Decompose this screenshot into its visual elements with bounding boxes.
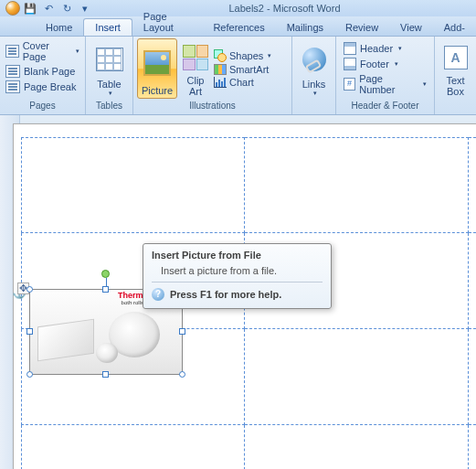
resize-handle-nw[interactable] — [26, 286, 33, 293]
resize-handle-sw[interactable] — [26, 371, 33, 378]
tab-review[interactable]: Review — [334, 19, 389, 36]
label-cell[interactable] — [245, 425, 469, 469]
chevron-down-icon: ▾ — [313, 90, 317, 97]
group-illustrations-label: Illustrations — [133, 101, 291, 114]
group-illustrations: Picture Clip Art Shapes ▾ SmartArt — [133, 37, 292, 114]
smartart-icon — [214, 64, 227, 75]
cover-page-button[interactable]: Cover Page ▾ — [5, 40, 79, 62]
tooltip-help: ? Press F1 for more help. — [152, 288, 323, 301]
page-number-label: Page Number — [359, 73, 418, 95]
chart-button[interactable]: Chart — [214, 77, 271, 88]
table-icon — [96, 48, 123, 71]
chevron-down-icon: ▾ — [109, 90, 112, 97]
tooltip-description: Insert a picture from a file. — [152, 265, 323, 276]
document-area[interactable]: ⚓ ✥ Thermal Labels both rolls and fanfol… — [0, 115, 476, 469]
links-button[interactable]: Links ▾ — [296, 38, 332, 99]
chevron-down-icon: ▾ — [76, 48, 79, 55]
rotate-handle[interactable] — [101, 270, 110, 278]
tooltip-title: Insert Picture from File — [152, 250, 323, 261]
group-header-footer-label: Header & Footer — [336, 101, 434, 114]
tab-home[interactable]: Home — [35, 19, 83, 36]
clipart-icon — [183, 45, 208, 70]
blank-page-button[interactable]: Blank Page — [5, 65, 75, 78]
group-text-label — [435, 101, 476, 114]
group-pages-label: Pages — [0, 101, 85, 114]
table-button-label: Table — [97, 79, 121, 90]
header-button[interactable]: Header ▾ — [344, 42, 427, 55]
label-cell[interactable] — [21, 425, 245, 469]
group-header-footer: Header ▾ Footer ▾ Page Number ▾ Header &… — [336, 37, 435, 114]
tab-insert[interactable]: Insert — [83, 18, 132, 36]
tooltip: Insert Picture from File Insert a pictur… — [143, 243, 332, 309]
quick-access-toolbar: 💾 ↶ ↻ ▾ — [0, 1, 93, 16]
clipart-button[interactable]: Clip Art — [179, 38, 212, 99]
ribbon-tabs: Home Insert Page Layout References Maili… — [0, 16, 476, 37]
header-label: Header — [360, 43, 393, 54]
table-button[interactable]: Table ▾ — [90, 38, 129, 99]
clipart-label-2: Art — [189, 86, 202, 97]
label-cell[interactable] — [21, 137, 245, 233]
text-box-label-1: Text — [446, 75, 464, 86]
redo-icon: ↻ — [63, 3, 71, 15]
text-box-label-2: Box — [447, 86, 464, 97]
smartart-label: SmartArt — [229, 64, 269, 75]
tooltip-help-text: Press F1 for more help. — [170, 289, 281, 300]
page-break-label: Page Break — [24, 81, 76, 92]
footer-button[interactable]: Footer ▾ — [344, 58, 427, 70]
chevron-down-icon: ▾ — [268, 52, 271, 59]
tab-page-layout[interactable]: Page Layout — [132, 8, 203, 36]
links-button-label: Links — [302, 79, 326, 90]
group-text: A Text Box — [435, 37, 476, 114]
group-tables: Table ▾ Tables — [86, 37, 133, 114]
group-links: Links ▾ — [292, 37, 336, 114]
header-icon — [344, 42, 356, 55]
label-cell[interactable] — [469, 425, 476, 469]
resize-handle-n[interactable] — [102, 286, 109, 293]
label-cell[interactable] — [245, 137, 469, 233]
cover-page-label: Cover Page — [23, 40, 70, 62]
shapes-icon — [214, 49, 227, 62]
label-cell[interactable] — [469, 329, 476, 425]
chart-label: Chart — [229, 77, 254, 88]
page-number-icon — [344, 78, 355, 91]
text-box-button[interactable]: A Text Box — [439, 38, 472, 99]
group-pages: Cover Page ▾ Blank Page Page Break Pages — [0, 37, 86, 114]
tab-mailings[interactable]: Mailings — [276, 19, 334, 36]
qat-customize-button[interactable]: ▾ — [77, 1, 93, 16]
chevron-down-icon: ▾ — [423, 80, 427, 88]
tooltip-separator — [152, 282, 323, 282]
picture-button[interactable]: Picture — [137, 38, 177, 99]
qat-undo-button[interactable]: ↶ — [40, 1, 57, 16]
tab-references[interactable]: References — [202, 19, 275, 36]
label-cell[interactable] — [469, 137, 476, 233]
group-links-label — [292, 101, 335, 114]
resize-handle-s[interactable] — [102, 371, 109, 378]
hyperlink-icon — [302, 48, 326, 71]
label-cell[interactable] — [469, 233, 476, 329]
qat-redo-button[interactable]: ↻ — [58, 1, 75, 16]
page-break-button[interactable]: Page Break — [5, 80, 76, 93]
resize-handle-w[interactable] — [26, 328, 33, 335]
footer-label: Footer — [360, 59, 389, 69]
tab-addins[interactable]: Add- — [433, 19, 476, 36]
group-tables-label: Tables — [86, 101, 132, 114]
chevron-down-icon: ▾ — [82, 3, 88, 15]
chevron-down-icon: ▾ — [398, 45, 402, 52]
smartart-button[interactable]: SmartArt — [214, 64, 271, 75]
shapes-label: Shapes — [229, 50, 263, 61]
page-number-button[interactable]: Page Number ▾ — [344, 73, 427, 95]
office-button[interactable] — [5, 1, 20, 16]
label-cell[interactable] — [245, 329, 469, 425]
resize-handle-e[interactable] — [179, 328, 185, 335]
shapes-button[interactable]: Shapes ▾ — [214, 49, 271, 62]
save-icon: 💾 — [24, 3, 37, 15]
undo-icon: ↶ — [45, 3, 53, 15]
chevron-down-icon: ▾ — [395, 60, 398, 68]
tab-view[interactable]: View — [389, 19, 433, 36]
picture-button-label: Picture — [142, 85, 173, 96]
clipart-label-1: Clip — [187, 75, 205, 86]
ribbon: Cover Page ▾ Blank Page Page Break Pages… — [0, 37, 476, 115]
qat-save-button[interactable]: 💾 — [22, 1, 38, 16]
cover-page-icon — [5, 45, 19, 58]
resize-handle-se[interactable] — [179, 371, 185, 378]
